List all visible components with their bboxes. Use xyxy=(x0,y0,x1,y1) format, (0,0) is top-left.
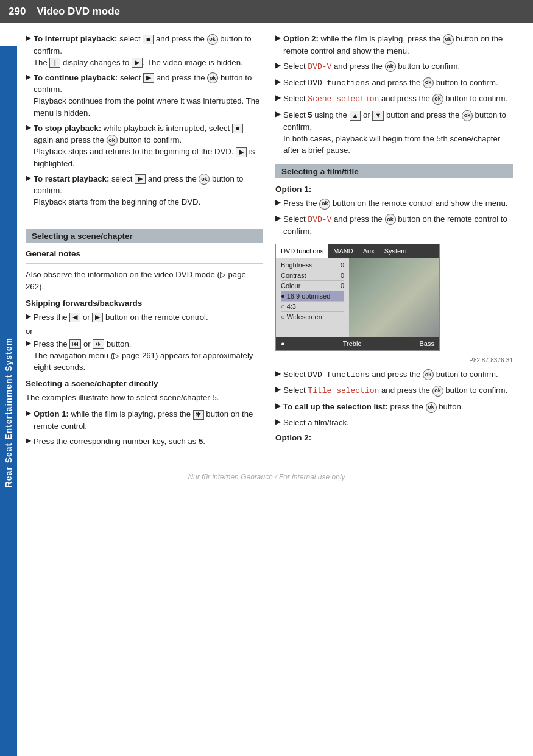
list-item: ▶ Press the ok button on the remote cont… xyxy=(275,197,513,210)
bullet-arrow: ▶ xyxy=(275,93,281,105)
bullet-text: To call up the selection list: press the… xyxy=(283,401,464,413)
pause-icon: ‖ xyxy=(49,58,60,68)
play-icon: ▶ xyxy=(132,58,143,68)
bold-label: To interrupt playback: xyxy=(34,34,118,43)
bullet-arrow: ▶ xyxy=(275,198,281,210)
bullet-text: Select 5 using the ▲ or ▼ button and pre… xyxy=(283,109,513,156)
dvd-bottom-dot: ● xyxy=(281,340,285,347)
dvd-bottom-bass: Bass xyxy=(420,340,434,347)
dvd-menu-item-system: System xyxy=(379,244,412,258)
bullet-text: Select DVD functions and press the ok bu… xyxy=(283,77,498,90)
dvd-functions-code2: DVD functions xyxy=(308,370,369,380)
stop-button-icon: ■ xyxy=(143,35,154,44)
bullet-text: Press the ⏮ or ⏭ button. The navigation … xyxy=(34,338,263,373)
ok-button-icon: ok xyxy=(207,34,218,45)
dvd-screenshot: DVD functions MAND Aux System Brightness… xyxy=(275,244,440,351)
list-item: ▶ Option 2: while the film is playing, p… xyxy=(275,33,513,57)
subsection-skipping: Skipping forwards/backwards xyxy=(26,299,263,308)
dvd-menu-bar: DVD functions MAND Aux System xyxy=(276,244,439,258)
dvd-menu-item-mand: MAND xyxy=(328,244,358,258)
forward-icon: ▶ xyxy=(92,313,103,322)
ok-button-icon: ok xyxy=(423,77,434,88)
left-column: ▶ To interrupt playback: select ■ and pr… xyxy=(26,33,263,451)
bold-label: To continue playback: xyxy=(34,73,118,82)
list-item: ▶ Option 1: while the film is playing, p… xyxy=(26,408,263,431)
bullet-arrow: ▶ xyxy=(26,174,31,208)
bold-label: Option 1: xyxy=(34,409,69,419)
play-icon: ▶ xyxy=(143,73,154,83)
dvd-menu-item-aux: Aux xyxy=(358,244,379,258)
bold-label: To stop playback: xyxy=(34,124,101,133)
up-arrow-icon: ▲ xyxy=(350,111,361,121)
bullet-arrow: ▶ xyxy=(26,409,31,431)
dvd-row-label: ● 16:9 optimised xyxy=(281,292,330,300)
general-notes-text: Also observe the information on the vide… xyxy=(26,269,263,292)
dvd-caption: P82.87-8376-31 xyxy=(275,357,513,364)
dvd-row-value: 0 xyxy=(341,282,344,289)
option1-heading: Option 1: xyxy=(275,185,513,194)
bullet-arrow: ▶ xyxy=(26,436,31,447)
bullet-text: Select a film/track. xyxy=(283,417,349,428)
bold-label: To restart playback: xyxy=(34,174,109,183)
footer-watermark: Nur für internen Gebrauch / For internal… xyxy=(0,461,533,487)
dvd-content-area: Brightness 0 Contrast 0 Colour 0 ● 16: xyxy=(276,258,439,337)
list-item: ▶ To call up the selection list: press t… xyxy=(275,401,513,413)
page-number: 290 xyxy=(9,5,26,18)
section-heading-scene-chapter: Selecting a scene/chapter xyxy=(26,229,263,243)
bullet-text: To stop playback: while playback is inte… xyxy=(34,122,263,169)
list-item: ▶ Select Title selection and press the o… xyxy=(275,384,513,397)
skip-back-icon: ⏮ xyxy=(69,339,81,349)
dvd-settings-panel: Brightness 0 Contrast 0 Colour 0 ● 16: xyxy=(276,258,349,337)
bullet-text: Option 1: while the film is playing, pre… xyxy=(34,408,263,431)
dvd-menu-item-functions: DVD functions xyxy=(276,244,328,258)
or-text: or xyxy=(26,327,263,336)
bullet-text: Press the corresponding number key, such… xyxy=(34,436,205,447)
ok-button-icon: ok xyxy=(443,34,454,45)
ok-button-icon: ok xyxy=(107,135,118,146)
dvd-row-label: Brightness xyxy=(281,261,312,269)
dvd-image-panel xyxy=(349,258,439,337)
page-header: 290 Video DVD mode xyxy=(0,0,533,23)
scene-selection-code: Scene selection xyxy=(308,94,379,104)
bullet-arrow: ▶ xyxy=(26,72,31,119)
bold-label: Option 2: xyxy=(283,34,319,43)
list-item: ▶ Select DVD functions and press the ok … xyxy=(275,77,513,90)
list-item: ▶ To stop playback: while playback is in… xyxy=(26,122,263,169)
bullet-arrow: ▶ xyxy=(275,61,281,73)
play-icon: ▶ xyxy=(135,174,146,184)
bullet-text: Select Scene selection and press the ok … xyxy=(283,93,507,105)
dvd-row: ● 16:9 optimised xyxy=(281,291,344,302)
dvd-row: Brightness 0 xyxy=(281,260,344,270)
bullet-text: To restart playback: select ▶ and press … xyxy=(34,173,263,208)
list-item: ▶ Select Scene selection and press the o… xyxy=(275,93,513,105)
ok-button-icon: ok xyxy=(385,214,396,225)
divider xyxy=(26,263,263,264)
dvdv-code: DVD-V xyxy=(308,62,331,71)
section-heading-film-title: Selecting a film/title xyxy=(275,164,513,178)
ok-button-icon: ok xyxy=(207,72,218,83)
subsection-direct: Selecting a scene/chapter directly xyxy=(26,379,263,388)
sidebar-label: Rear Seat Entertainment System xyxy=(4,337,13,487)
bullet-text: Option 2: while the film is playing, pre… xyxy=(283,33,513,57)
bullet-arrow: ▶ xyxy=(275,34,281,57)
bullet-text: Press the ◀ or ▶ button on the remote co… xyxy=(34,311,208,323)
dvd-bottom-treble: Treble xyxy=(343,340,362,347)
dvd-row: Contrast 0 xyxy=(281,270,344,281)
list-item: ▶ Select DVD-V and press the ok button t… xyxy=(275,60,513,73)
bullet-arrow: ▶ xyxy=(26,34,31,68)
bullet-arrow: ▶ xyxy=(275,77,281,90)
page-title: Video DVD mode xyxy=(37,5,120,18)
ok-button-icon: ok xyxy=(385,61,396,72)
bullet-text: Select DVD-V and press the ok button to … xyxy=(283,60,460,73)
list-item: ▶ Press the corresponding number key, su… xyxy=(26,436,263,447)
bullet-text: Select Title selection and press the ok … xyxy=(283,384,507,397)
dvd-row: ○ 4:3 xyxy=(281,302,344,312)
dvdv-code2: DVD-V xyxy=(308,215,331,224)
bullet-text: To continue playback: select ▶ and press… xyxy=(34,72,263,119)
ok-button-icon: ok xyxy=(319,199,330,210)
subsection-general-notes: General notes xyxy=(26,249,263,258)
sidebar: Rear Seat Entertainment System xyxy=(0,46,17,756)
dvd-row: Colour 0 xyxy=(281,281,344,291)
list-item: ▶ Press the ◀ or ▶ button on the remote … xyxy=(26,311,263,323)
bullet-arrow: ▶ xyxy=(275,110,281,156)
